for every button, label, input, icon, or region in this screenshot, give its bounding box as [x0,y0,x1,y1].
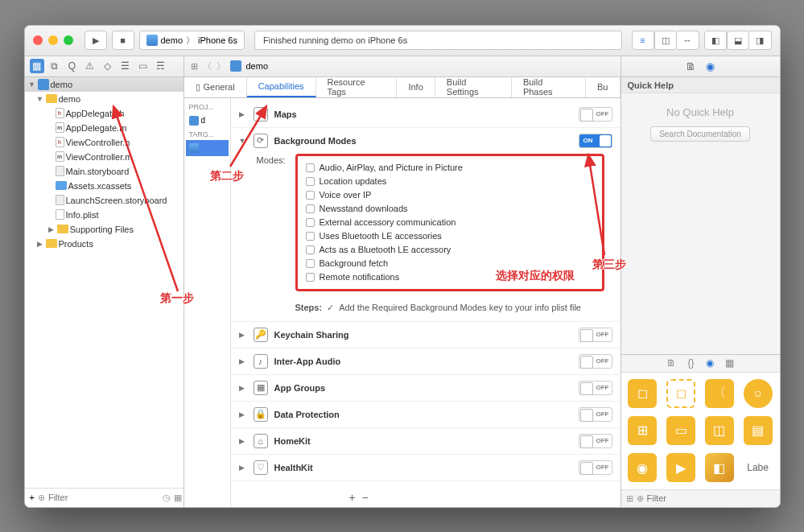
close-button[interactable] [33,35,43,45]
library-object[interactable]: ◧ [705,453,734,482]
library-filter-input[interactable] [647,493,775,503]
add-button[interactable]: + [30,493,35,502]
file-row[interactable]: LaunchScreen.storyboard [25,193,183,208]
file-row[interactable]: Info.plist [25,208,183,222]
library-object[interactable]: ◻ [666,379,695,408]
object-library-icon[interactable]: ◉ [706,357,714,369]
stop-button[interactable]: ■ [112,31,134,50]
file-inspector-icon[interactable]: 🗎 [686,60,696,72]
group-row[interactable]: ▼ demo [25,92,183,106]
breakpoint-navigator-icon[interactable]: ▭ [136,59,150,73]
checkbox[interactable] [306,218,315,227]
capability-switch[interactable]: ON [579,134,612,148]
assistant-editor-icon[interactable]: ◫ [654,31,677,50]
capability-switch[interactable]: OFF [579,328,612,342]
checkbox[interactable] [306,191,315,200]
symbol-navigator-icon[interactable]: ⧉ [47,59,62,73]
editor-mode-buttons[interactable]: ≡ ◫ ↔ [632,31,699,50]
add-target-button[interactable]: + [349,491,356,504]
checkbox[interactable] [306,259,315,268]
mode-checkbox-row[interactable]: Audio, AirPlay, and Picture in Picture [306,161,594,175]
library-object[interactable]: ▶ [666,453,695,482]
tab-build-settings[interactable]: Build Settings [435,77,512,97]
capability-switch[interactable]: OFF [579,460,612,475]
test-navigator-icon[interactable]: ◇ [101,59,115,73]
capability-switch[interactable]: OFF [579,381,612,395]
mode-checkbox-row[interactable]: Acts as a Bluetooth LE accessory [306,243,594,257]
library-object[interactable]: ▤ [744,416,773,445]
library-object[interactable]: ◫ [705,416,734,445]
checkbox[interactable] [306,245,315,254]
mode-checkbox-row[interactable]: Newsstand downloads [306,202,594,216]
grid-view-icon[interactable]: ⊞ [626,493,633,504]
related-items-icon[interactable]: ⊞ [191,61,198,72]
checkbox[interactable] [306,177,315,186]
library-object[interactable]: ▭ [666,416,695,445]
project-navigator-icon[interactable]: ▦ [30,59,44,73]
mode-checkbox-row[interactable]: Voice over IP [306,188,594,202]
forward-button[interactable]: 〉 [216,60,225,72]
group-row[interactable]: ▶Supporting Files [25,222,183,237]
tab-capabilities[interactable]: Capabilities [247,77,316,98]
target-item[interactable] [186,140,229,156]
tab-info[interactable]: Info [397,77,435,97]
project-row[interactable]: ▼ demo [25,77,183,92]
checkbox[interactable] [306,232,315,241]
capability-switch[interactable]: OFF [579,407,612,422]
tab-build-phases[interactable]: Build Phases [512,77,586,97]
scheme-selector[interactable]: demo 〉 iPhone 6s [139,31,245,50]
checkbox[interactable] [306,273,315,282]
search-documentation-button[interactable]: Search Documentation [650,126,750,142]
zoom-button[interactable] [64,35,73,45]
mode-checkbox-row[interactable]: Uses Bluetooth LE accessories [306,229,594,243]
right-panel-icon[interactable]: ◨ [749,31,772,50]
library-object[interactable]: ◻ [628,379,657,408]
tab-resource-tags[interactable]: Resource Tags [316,77,398,97]
tab-general[interactable]: ▯General [184,77,247,97]
media-library-icon[interactable]: ▦ [725,357,734,369]
file-row[interactable]: mAppDelegate.m [25,121,183,135]
file-row[interactable]: hViewController.h [25,135,183,150]
mode-checkbox-row[interactable]: External accessory communication [306,216,594,229]
tab-build-rules[interactable]: Bu [586,77,620,97]
remove-target-button[interactable]: − [361,491,368,504]
standard-editor-icon[interactable]: ≡ [632,31,654,50]
checkbox[interactable] [306,163,315,172]
group-row[interactable]: ▶Products [25,237,183,251]
capability-switch[interactable]: OFF [579,434,612,448]
file-row[interactable]: Main.storyboard [25,164,183,179]
library-object[interactable]: 〈 [705,379,734,408]
mode-checkbox-row[interactable]: Background fetch [306,257,594,270]
left-panel-icon[interactable]: ◧ [704,31,727,50]
issue-navigator-icon[interactable]: ⚠ [83,59,97,73]
bottom-panel-icon[interactable]: ⬓ [727,31,749,50]
version-editor-icon[interactable]: ↔ [677,31,699,50]
file-row[interactable]: mViewController.m [25,150,183,164]
run-button[interactable]: ▶ [85,31,107,50]
mode-checkbox-row[interactable]: Remote notifications [306,270,594,284]
file-template-library-icon[interactable]: 🗎 [666,357,676,369]
filter-input[interactable] [48,493,159,502]
navigator-filter[interactable]: + ⊕ ◷ ▦ [25,488,183,507]
capability-switch[interactable]: OFF [579,354,612,369]
file-row[interactable]: hAppDelegate.h [25,106,183,121]
recent-filter-icon[interactable]: ◷ [163,493,171,503]
quick-help-icon[interactable]: ◉ [706,60,715,72]
checkbox[interactable] [306,204,315,213]
back-button[interactable]: 〈 [203,60,212,72]
library-object[interactable]: ○ [744,379,773,408]
mode-checkbox-row[interactable]: Location updates [306,175,594,188]
capability-switch[interactable]: OFF [579,107,612,122]
minimize-button[interactable] [48,35,58,45]
debug-navigator-icon[interactable]: ☰ [118,59,133,73]
file-row[interactable]: Assets.xcassets [25,179,183,193]
code-snippet-library-icon[interactable]: {} [687,357,694,369]
report-navigator-icon[interactable]: ☴ [154,59,168,73]
project-item[interactable]: d [186,113,229,129]
panel-toggles[interactable]: ◧ ⬓ ◨ [704,31,772,50]
library-object[interactable]: ◉ [628,453,657,482]
find-navigator-icon[interactable]: Q [65,59,80,73]
library-label-cell[interactable]: Labe [740,450,777,485]
library-object[interactable]: ⊞ [628,416,657,445]
breadcrumb[interactable]: demo [246,61,269,71]
